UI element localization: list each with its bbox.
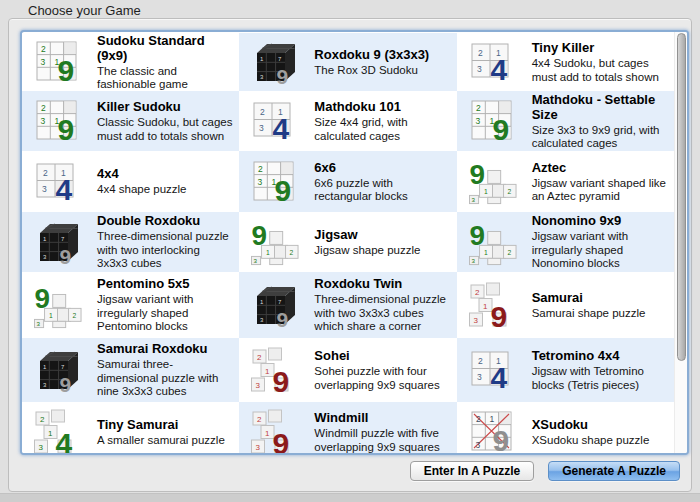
game-title: Roxdoku 9 (3x3x3): [314, 47, 429, 62]
game-description: The Rox 3D Sudoku: [314, 64, 429, 78]
svg-text:3: 3: [41, 57, 46, 67]
svg-text:2: 2: [478, 48, 483, 58]
svg-text:9: 9: [492, 424, 509, 454]
game-item[interactable]: 1 2 3 9 Pentomino 5x5 Jigsaw variant wit…: [22, 272, 239, 338]
svg-text:9: 9: [60, 245, 72, 265]
svg-text:3: 3: [39, 443, 44, 452]
roxdoku-3d-cube-icon: 1 7 3 9: [251, 283, 299, 327]
game-item[interactable]: 2 1 3 4 Tiny Killer 4x4 Sudoku, but cage…: [457, 33, 674, 91]
game-description: Windmill puzzle with five overlapping 9x…: [314, 427, 450, 454]
game-description: Samurai shape puzzle: [532, 307, 646, 321]
scrollbar-thumb[interactable]: [677, 33, 686, 361]
scrollbar-track[interactable]: [674, 32, 687, 453]
svg-text:9: 9: [58, 113, 75, 143]
jigsaw-shape-icon: 1 2 3 9: [469, 158, 517, 205]
svg-text:2: 2: [290, 248, 294, 255]
game-description: Three-dimensional puzzle with two interl…: [97, 230, 233, 271]
game-item[interactable]: 2 1 3 4 4x4 4x4 shape puzzle: [22, 151, 239, 212]
game-item[interactable]: 2 3 1 9 6x6 6x6 puzzle with rectangular …: [239, 151, 456, 212]
game-title: 4x4: [97, 166, 187, 181]
game-description: Samurai three-dimensional puzzle with ni…: [97, 358, 233, 399]
game-title: Mathdoku - Settable Size: [532, 92, 668, 122]
svg-text:2: 2: [476, 103, 481, 113]
sudoku-9x9-grid-icon: 2 3 1 9: [251, 161, 299, 203]
svg-text:3: 3: [36, 320, 40, 327]
game-item[interactable]: 2 1 3 9 XSudoku XSudoku shape puzzle: [457, 402, 674, 455]
svg-text:9: 9: [273, 427, 290, 455]
svg-text:2: 2: [475, 288, 480, 297]
game-description: Jigsaw shape puzzle: [314, 244, 420, 258]
svg-text:4: 4: [273, 112, 290, 142]
game-item[interactable]: 2 3 1 9 Sudoku Standard (9x9) The classi…: [22, 33, 239, 91]
svg-text:9: 9: [58, 54, 75, 84]
game-item[interactable]: 2 1 3 4 Tiny Samurai A smaller samurai p…: [22, 402, 239, 455]
svg-text:1: 1: [489, 414, 494, 424]
game-list[interactable]: 2 3 1 9 Sudoku Standard (9x9) The classi…: [20, 30, 689, 455]
game-grid: 2 3 1 9 Sudoku Standard (9x9) The classi…: [22, 33, 674, 453]
svg-text:3: 3: [477, 372, 482, 382]
svg-text:3: 3: [42, 184, 47, 194]
jigsaw-shape-icon: 1 2 3 9: [34, 282, 82, 329]
game-item[interactable]: 1 2 3 9 Aztec Jigsaw variant shaped like…: [457, 151, 674, 212]
game-item[interactable]: 1 7 3 9 Samurai Roxdoku Samurai three-di…: [22, 338, 239, 402]
svg-text:3: 3: [473, 316, 478, 325]
game-title: Jigsaw: [314, 227, 420, 242]
game-description: The classic and fashionable game: [97, 65, 233, 92]
svg-text:9: 9: [492, 113, 509, 143]
svg-text:9: 9: [273, 365, 290, 393]
svg-text:2: 2: [40, 415, 45, 424]
game-item[interactable]: 1 7 3 9 Roxdoku Twin Three-dimensional p…: [239, 272, 456, 338]
svg-text:2: 2: [43, 167, 48, 177]
game-description: Three-dimensional puzzle with two 3x3x3 …: [314, 293, 450, 334]
svg-text:9: 9: [490, 300, 507, 328]
svg-text:2: 2: [257, 415, 262, 424]
game-item[interactable]: 1 2 3 9 Nonomino 9x9 Jigsaw variant with…: [457, 212, 674, 272]
svg-text:2: 2: [258, 164, 263, 174]
game-title: Mathdoku 101: [314, 99, 450, 114]
svg-text:3: 3: [475, 116, 480, 126]
game-item[interactable]: 1 2 3 9 Jigsaw Jigsaw shape puzzle: [239, 212, 456, 272]
game-title: Killer Sudoku: [97, 99, 233, 114]
sudoku-9x9-grid-icon: 2 3 1 9: [469, 100, 517, 142]
jigsaw-shape-icon: 1 2 3 9: [251, 219, 299, 266]
svg-text:2: 2: [507, 248, 511, 255]
game-title: Double Roxdoku: [97, 213, 233, 228]
game-description: Jigsaw with Tetromino blocks (Tetris pie…: [532, 365, 668, 392]
game-item[interactable]: 2 3 1 9 Mathdoku - Settable Size Size 3x…: [457, 91, 674, 151]
game-item[interactable]: 2 1 3 9 Sohei Sohei puzzle with four ove…: [239, 338, 456, 402]
game-title: Sohei: [314, 348, 450, 363]
svg-text:9: 9: [60, 373, 72, 393]
enter-in-a-puzzle-button[interactable]: Enter In A Puzzle: [410, 461, 534, 481]
game-description: 6x6 puzzle with rectangular blocks: [314, 177, 450, 204]
svg-text:9: 9: [277, 308, 289, 328]
game-title: 6x6: [314, 160, 450, 175]
game-item[interactable]: 1 7 3 9 Double Roxdoku Three-dimensional…: [22, 212, 239, 272]
svg-text:4: 4: [56, 427, 73, 455]
svg-text:3: 3: [254, 257, 258, 264]
svg-text:3: 3: [475, 440, 480, 450]
game-item[interactable]: 2 1 3 4 Mathdoku 101 Size 4x4 grid, with…: [239, 91, 456, 151]
tiny-samurai-shape-icon: 2 1 3 4: [34, 409, 82, 455]
game-item[interactable]: 2 3 1 9 Killer Sudoku Classic Sudoku, bu…: [22, 91, 239, 151]
svg-text:2: 2: [257, 353, 262, 362]
game-description: Jigsaw variant shaped like an Aztec pyra…: [532, 177, 668, 204]
svg-text:4: 4: [56, 173, 73, 203]
dialog-buttons: Enter In A Puzzle Generate A Puzzle: [410, 461, 680, 481]
game-item[interactable]: 2 1 3 4 Tetromino 4x4 Jigsaw with Tetrom…: [457, 338, 674, 402]
game-item[interactable]: 2 1 3 9 Windmill Windmill puzzle with fi…: [239, 402, 456, 455]
game-title: Samurai Roxdoku: [97, 341, 233, 356]
sudoku-4x4-grid-icon: 2 1 3 4: [34, 161, 82, 203]
svg-text:1: 1: [483, 302, 488, 311]
svg-text:9: 9: [34, 282, 49, 313]
svg-text:3: 3: [471, 257, 475, 264]
game-item[interactable]: 1 7 3 9 Roxdoku 9 (3x3x3) The Rox 3D Sud…: [239, 33, 456, 91]
game-title: Sudoku Standard (9x9): [97, 33, 233, 63]
svg-text:4: 4: [490, 53, 507, 83]
svg-text:3: 3: [258, 176, 263, 186]
game-item[interactable]: 2 1 3 9 Samurai Samurai shape puzzle: [457, 272, 674, 338]
sudoku-4x4-grid-icon: 2 1 3 4: [251, 100, 299, 142]
game-title: Samurai: [532, 290, 646, 305]
game-description: A smaller samurai puzzle: [97, 434, 225, 448]
generate-a-puzzle-button[interactable]: Generate A Puzzle: [548, 461, 680, 481]
game-chooser-panel: 2 3 1 9 Sudoku Standard (9x9) The classi…: [8, 18, 692, 492]
